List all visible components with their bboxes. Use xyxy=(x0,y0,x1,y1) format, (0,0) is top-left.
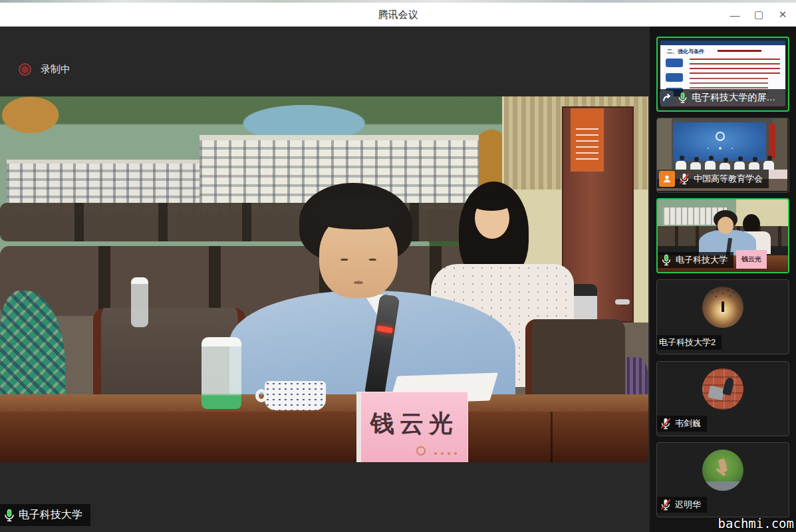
active-speaker-label: 电子科技大学 xyxy=(19,508,82,522)
placard-name: 钱云光 xyxy=(360,408,468,440)
main-video[interactable]: 钱云光 xyxy=(0,96,648,462)
water-bottle xyxy=(201,337,241,409)
avatar-birds xyxy=(712,292,713,293)
host-person-icon xyxy=(659,171,675,187)
avatar-figure xyxy=(722,377,735,396)
mini-placard-name: 钱云光 xyxy=(741,255,761,264)
recording-dot-core xyxy=(21,66,29,73)
participant-name: 电子科技大学 xyxy=(676,254,728,266)
tile-label-bar: 中国高等教育学会 xyxy=(657,170,769,188)
attendee-bodies xyxy=(676,161,686,170)
participant-tile-avatar[interactable]: 迟明华 xyxy=(656,442,789,517)
close-button[interactable]: ✕ xyxy=(772,5,793,25)
tile-label-bar: 迟明华 xyxy=(657,497,707,513)
recording-indicator: 录制中 xyxy=(19,63,70,76)
mic-muted-icon xyxy=(659,417,672,430)
speaker-hair-fringe xyxy=(306,195,407,229)
avatar-runner xyxy=(702,450,743,491)
microphone-light xyxy=(376,325,393,333)
door-handle xyxy=(615,299,630,305)
chair-row-far xyxy=(0,203,505,241)
slide-title: 二、强化与条件 xyxy=(667,48,704,55)
avatar-track xyxy=(702,481,743,491)
avatar-brick-cart xyxy=(702,368,743,410)
slide-text-lines xyxy=(690,59,780,74)
woman-hair-fringe xyxy=(469,192,513,211)
participant-name: 电子科技大学2 xyxy=(659,336,716,348)
table-seam xyxy=(551,412,553,462)
avatar-cart xyxy=(708,386,724,400)
participant-tile-screen-share[interactable]: 二、强化与条件 电子科技大学的屏幕... xyxy=(656,37,789,112)
recording-label: 录制中 xyxy=(41,63,70,76)
attendee-heads xyxy=(680,156,684,160)
avatar-sunset xyxy=(702,287,743,328)
mic-muted-icon xyxy=(678,172,691,186)
screen-share-icon xyxy=(660,90,674,105)
participant-tile-avatar[interactable]: 电子科技大学2 xyxy=(656,279,789,354)
mic-on-icon xyxy=(660,253,673,267)
mic-muted-icon xyxy=(659,498,672,511)
tile-label-bar: 电子科技大学的屏幕... xyxy=(658,89,785,106)
window-title: 腾讯会议 xyxy=(0,9,796,21)
maximize-button[interactable]: ▢ xyxy=(748,5,769,25)
participant-name: 迟明华 xyxy=(675,499,701,511)
participants-sidebar[interactable]: 二、强化与条件 电子科技大学的屏幕... xyxy=(650,27,796,532)
tile-label-bar: 电子科技大学2 xyxy=(657,335,722,350)
main-stage: 录制中 xyxy=(0,27,650,532)
participant-name: 电子科技大学的屏幕... xyxy=(692,92,779,104)
slide-blue-boxes xyxy=(666,59,683,67)
teacup xyxy=(265,381,326,410)
participant-name: 韦剑巍 xyxy=(675,418,701,430)
table-front xyxy=(0,412,648,462)
name-placard: 钱云光 xyxy=(356,392,468,462)
watermark: bachmi.com xyxy=(718,516,794,531)
red-flag xyxy=(769,124,775,158)
tile-label-bar: 韦剑巍 xyxy=(657,416,707,432)
avatar-silhouette xyxy=(722,301,724,312)
participant-tile-avatar[interactable]: 韦剑巍 xyxy=(656,361,789,436)
active-speaker-badge: 电子科技大学 xyxy=(0,504,90,526)
water-bottle-left xyxy=(131,277,148,327)
mini-speaker-face xyxy=(718,217,733,234)
participant-tile-video[interactable]: 中国高等教育学会 xyxy=(656,118,789,193)
slide-subtitle-bar xyxy=(718,50,761,52)
slide-header-bar xyxy=(660,41,785,45)
recording-dot-icon xyxy=(19,63,31,76)
mini-name-placard: 钱云光 xyxy=(736,250,767,269)
mic-on-icon xyxy=(676,91,689,104)
room-backdrop-screen xyxy=(673,122,766,161)
backdrop-logo xyxy=(716,132,725,141)
minimize-button[interactable]: — xyxy=(724,5,745,25)
titlebar: 腾讯会议 — ▢ ✕ xyxy=(0,3,796,27)
door-sign xyxy=(571,108,604,172)
placard-logo xyxy=(416,446,426,456)
tile-label-bar: 电子科技大学 xyxy=(658,252,733,268)
participant-tile-active-speaker[interactable]: 钱云光 电子科技大学 xyxy=(656,198,789,273)
mic-on-icon xyxy=(2,508,17,523)
participant-name: 中国高等教育学会 xyxy=(694,173,763,185)
